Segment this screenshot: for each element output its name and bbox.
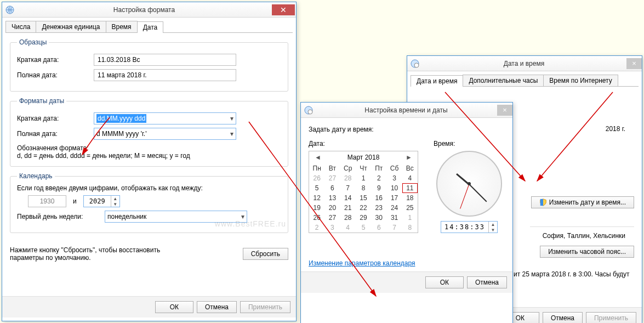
- cal-day-other[interactable]: 28: [340, 173, 356, 183]
- year-from-input: [28, 195, 66, 207]
- close-button[interactable]: ×: [497, 105, 512, 116]
- year-to-spinner[interactable]: 2029 ▲▼: [83, 195, 120, 207]
- short-date-format-label: Краткая дата:: [17, 115, 94, 122]
- window-title: Дата и время: [421, 60, 626, 67]
- cal-day-other[interactable]: 3: [324, 223, 340, 233]
- tab-numbers[interactable]: Числа: [5, 21, 36, 32]
- cancel-button[interactable]: Отмена: [543, 312, 583, 323]
- globe-icon: [5, 5, 14, 14]
- cal-day[interactable]: 15: [356, 193, 371, 203]
- cal-day[interactable]: 25: [402, 203, 418, 213]
- tab-currency[interactable]: Денежная единица: [36, 21, 106, 32]
- cal-day-other[interactable]: 8: [402, 223, 418, 233]
- cal-day[interactable]: 19: [309, 203, 324, 213]
- cal-day[interactable]: 2: [371, 173, 386, 183]
- cal-day[interactable]: 6: [324, 183, 340, 193]
- cal-day[interactable]: 1: [356, 173, 371, 183]
- cal-day-other[interactable]: 27: [324, 173, 340, 183]
- cal-day-other[interactable]: 6: [371, 223, 386, 233]
- reset-hint: Нажмите кнопку "Сбросить", чтобы восстан…: [10, 246, 185, 262]
- cal-day[interactable]: 11: [402, 183, 418, 193]
- cal-day-other[interactable]: 7: [386, 223, 402, 233]
- set-date-time-label: Задать дату и время:: [309, 126, 505, 133]
- cal-day[interactable]: 16: [371, 193, 386, 203]
- cal-day[interactable]: 21: [340, 203, 356, 213]
- cal-day[interactable]: 18: [402, 193, 418, 203]
- dialog-buttons: ОК Отмена: [301, 271, 512, 293]
- cal-day[interactable]: 10: [386, 183, 402, 193]
- shield-icon: [539, 199, 547, 206]
- cal-day-other[interactable]: 5: [356, 223, 371, 233]
- cal-next-month[interactable]: ►: [403, 154, 414, 161]
- dst-notice: ит 25 марта 2018 г. в 3:00. Часы будут: [514, 270, 634, 278]
- close-button[interactable]: ×: [626, 58, 642, 69]
- close-button[interactable]: ✕: [272, 4, 295, 15]
- short-date-format-combo[interactable]: dd.MM.yyyy ddd ▾: [94, 112, 236, 124]
- cal-day[interactable]: 12: [309, 193, 324, 203]
- titlebar[interactable]: Настройка времени и даты ×: [301, 103, 512, 118]
- tab-datetime[interactable]: Дата и время: [411, 75, 463, 87]
- cal-day[interactable]: 4: [402, 173, 418, 183]
- cal-day[interactable]: 24: [386, 203, 402, 213]
- cal-day[interactable]: 17: [386, 193, 402, 203]
- cal-dow: Вс: [402, 163, 418, 173]
- cancel-button[interactable]: Отмена: [197, 301, 237, 313]
- samples-group: Образцы Краткая дата: 11.03.2018 Вс Полн…: [10, 38, 288, 92]
- spinner-arrows[interactable]: ▲▼: [488, 222, 497, 233]
- notation-label: Обозначения формата:: [17, 144, 281, 152]
- and-label: и: [73, 197, 77, 205]
- cal-day[interactable]: 7: [340, 183, 356, 193]
- cal-day[interactable]: 9: [371, 183, 386, 193]
- chevron-down-icon: ▾: [230, 115, 233, 122]
- calendar-params-link[interactable]: Изменение параметров календаря: [309, 259, 415, 267]
- change-date-time-button[interactable]: Изменить дату и время...: [531, 196, 634, 208]
- cal-day[interactable]: 23: [371, 203, 386, 213]
- cal-day[interactable]: 26: [309, 213, 324, 223]
- cal-day[interactable]: 31: [386, 213, 402, 223]
- long-date-format-combo[interactable]: d MMMM yyyy 'г.' ▾: [94, 128, 236, 140]
- cal-day[interactable]: 3: [386, 173, 402, 183]
- watermark: www.BestFREE.ru: [215, 219, 286, 228]
- titlebar[interactable]: Настройка формата ✕: [2, 2, 296, 18]
- date-display: 2018 г.: [606, 125, 625, 133]
- cal-day[interactable]: 5: [309, 183, 324, 193]
- cal-day[interactable]: 27: [324, 213, 340, 223]
- time-spinner[interactable]: 14:38:33 ▲▼: [441, 221, 498, 233]
- panel-body: Образцы Краткая дата: 11.03.2018 Вс Полн…: [2, 33, 296, 296]
- cal-day[interactable]: 30: [371, 213, 386, 223]
- analog-clock: [436, 151, 502, 217]
- cal-day[interactable]: 29: [356, 213, 371, 223]
- tab-internet-time[interactable]: Время по Интернету: [543, 75, 618, 86]
- tab-additional-clocks[interactable]: Дополнительные часы: [463, 75, 544, 86]
- cal-day[interactable]: 20: [324, 203, 340, 213]
- long-date-sample: 11 марта 2018 г.: [94, 69, 236, 81]
- cal-day[interactable]: 13: [324, 193, 340, 203]
- cal-day-other[interactable]: 2: [309, 223, 324, 233]
- cal-day-other[interactable]: 26: [309, 173, 324, 183]
- tab-time[interactable]: Время: [106, 21, 138, 32]
- change-timezone-button[interactable]: Изменить часовой пояс...: [540, 246, 634, 258]
- time-label: Время:: [434, 140, 505, 148]
- tab-date[interactable]: Дата: [137, 21, 164, 33]
- ok-button[interactable]: ОК: [425, 276, 464, 288]
- reset-button[interactable]: Сбросить: [243, 248, 288, 260]
- cal-day[interactable]: 14: [340, 193, 356, 203]
- cal-day-other[interactable]: 1: [402, 213, 418, 223]
- apply-button[interactable]: Применить: [586, 312, 636, 323]
- cal-day[interactable]: 8: [356, 183, 371, 193]
- cal-day[interactable]: 22: [356, 203, 371, 213]
- cal-day-other[interactable]: 4: [340, 223, 356, 233]
- cal-day[interactable]: 28: [340, 213, 356, 223]
- cal-dow: Вт: [324, 163, 340, 173]
- calendar[interactable]: ◄ Март 2018 ► ПнВтСрЧтПтСбВс262728123456…: [309, 151, 418, 233]
- dialog-buttons: ОК Отмена Применить: [2, 296, 296, 318]
- window-title: Настройка времени и даты: [315, 106, 497, 114]
- window-title: Настройка формата: [16, 6, 272, 14]
- ok-button[interactable]: ОК: [155, 301, 193, 313]
- titlebar[interactable]: Дата и время ×: [407, 56, 642, 71]
- spinner-arrows[interactable]: ▲▼: [111, 196, 119, 207]
- cal-prev-month[interactable]: ◄: [312, 154, 323, 161]
- long-date-label: Полная дата:: [17, 71, 94, 79]
- apply-button[interactable]: Применить: [240, 301, 290, 313]
- cancel-button[interactable]: Отмена: [467, 276, 507, 288]
